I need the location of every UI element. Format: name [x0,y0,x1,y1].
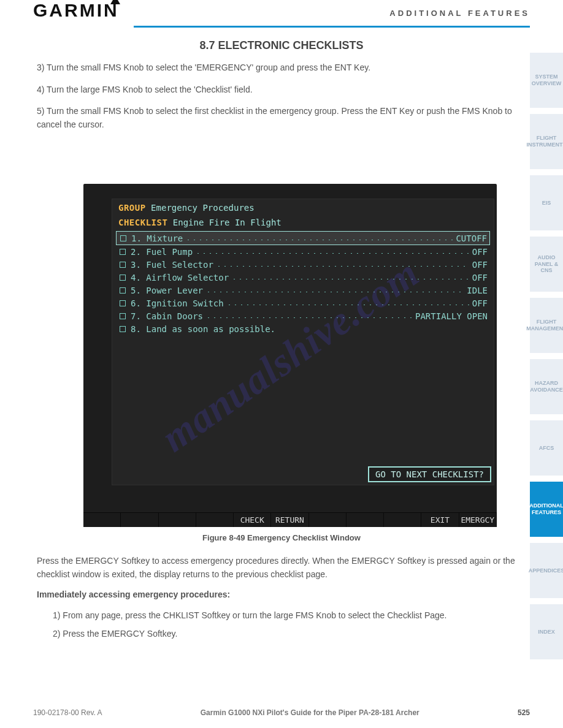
softkey-emergcy[interactable]: EMERGCY [459,512,497,527]
softkey-blank [347,512,384,527]
softkey-exit[interactable]: EXIT [421,512,459,527]
softkey-blank [384,512,421,527]
svg-marker-0 [110,0,120,4]
page-footer: 190-02178-00 Rev. A Garmin G1000 NXi Pil… [33,708,530,717]
checklist-item-text: 3. Fuel Selector [131,260,213,270]
immediate-heading: Immediately accessing emergency procedur… [37,588,521,602]
checklist-item-value: IDLE [467,286,488,295]
checklist-item-text: 5. Power Lever [131,286,203,295]
checklist-item[interactable]: 4. Airflow SelectorOFF [116,271,490,284]
step-3: 3) Turn the small FMS Knob to select the… [37,61,521,75]
softkey-return[interactable]: RETURN [271,512,308,527]
checkbox-icon[interactable] [120,313,126,319]
softkey-blank [159,512,196,527]
checklist-item-text: 6. Ignition Switch [131,298,224,308]
softkey-blank [196,512,234,527]
footer-revision: 190-02178-00 Rev. A [33,708,102,717]
side-tab[interactable]: AUDIO PANEL & CNS [530,237,563,292]
checklist-item-text: 2. Fuel Pump [131,247,193,257]
leader-dots [205,312,413,320]
footer-title: Garmin G1000 NXi Pilot's Guide for the P… [201,708,419,717]
side-tab[interactable]: AFCS [530,420,563,476]
footer-page-number: 525 [518,708,530,717]
leader-dots [205,286,464,295]
group-value: Emergency Procedures [151,203,255,213]
emergcy-paragraph: Press the EMERGCY Softkey to access emer… [37,555,521,581]
checklist-item-value: PARTIALLY OPEN [415,311,488,321]
checklist-item-text: 7. Cabin Doors [131,311,203,321]
checklist-item-value: OFF [472,273,488,282]
checklist-value: Engine Fire In Flight [173,218,282,227]
side-tab[interactable]: EIS [530,175,563,230]
triangle-icon [110,0,120,10]
checkbox-icon[interactable] [120,287,126,294]
step-4: 4) Turn the large FMS Knob to select the… [37,83,521,97]
checklist-item-value: OFF [472,247,488,257]
side-tab[interactable]: FLIGHT MANAGEMENT [530,298,563,353]
go-to-next-checklist-button[interactable]: GO TO NEXT CHECKLIST? [368,466,491,482]
checkbox-icon[interactable] [120,275,126,281]
checkbox-icon[interactable] [120,235,126,241]
checklist-item[interactable]: 7. Cabin DoorsPARTIALLY OPEN [116,309,490,322]
checklist-item-text: 1. Mixture [131,233,183,243]
checklist-item-value: OFF [472,260,488,270]
checklist-item-value: CUTOFF [456,233,487,243]
checklist-item[interactable]: 6. Ignition SwitchOFF [116,297,490,309]
checklist-item-text: 4. Airflow Selector [131,273,229,282]
checklist-item[interactable]: 5. Power LeverIDLE [116,284,490,297]
checklist-item[interactable]: 2. Fuel PumpOFF [116,245,490,258]
garmin-logo: GARMIN [33,0,129,21]
leader-dots [216,260,470,269]
checklist-screenshot: GROUP Emergency Procedures CHECKLIST Eng… [83,184,497,527]
leader-dots [195,248,470,256]
side-tab[interactable]: SYSTEM OVERVIEW [530,53,563,108]
immediate-step-1: 1) From any page, press the CHKLIST Soft… [53,609,521,623]
side-tab[interactable]: FLIGHT INSTRUMENTS [530,114,563,169]
checklist-item-text: 8. Land as soon as possible. [131,324,275,334]
immediate-step-2: 2) Press the EMERGCY Softkey. [53,628,521,641]
checkbox-icon[interactable] [120,249,126,255]
group-label: GROUP [118,203,146,213]
header-title: ADDITIONAL FEATURES [389,9,530,18]
leader-dots [185,234,453,243]
softkey-blank [121,512,158,527]
leader-dots [231,273,470,282]
softkey-blank [309,512,347,527]
checklist-item[interactable]: 3. Fuel SelectorOFF [116,258,490,271]
checkbox-icon[interactable] [120,300,126,306]
step-5: 5) Turn the small FMS Knob to select the… [37,105,521,131]
leader-dots [226,299,470,308]
checkbox-icon[interactable] [120,262,126,268]
header-rule [134,26,530,28]
side-tab[interactable]: HAZARD AVOIDANCE [530,359,563,414]
softkey-check[interactable]: CHECK [234,512,271,527]
checklist-label: CHECKLIST [118,218,167,227]
side-tab[interactable]: ADDITIONAL FEATURES [530,482,563,537]
softkey-blank [83,512,121,527]
checklist-item[interactable]: 8. Land as soon as possible. [116,322,490,335]
checklist-item-value: OFF [472,298,488,308]
side-tab[interactable]: INDEX [530,604,563,659]
side-tab[interactable]: APPENDICES [530,543,563,598]
section-title: 8.7 ELECTRONIC CHECKLISTS [0,39,563,52]
checklist-item[interactable]: 1. MixtureCUTOFF [116,231,490,245]
checkbox-icon[interactable] [120,326,126,332]
figure-caption: Figure 8-49 Emergency Checklist Window [0,533,563,542]
